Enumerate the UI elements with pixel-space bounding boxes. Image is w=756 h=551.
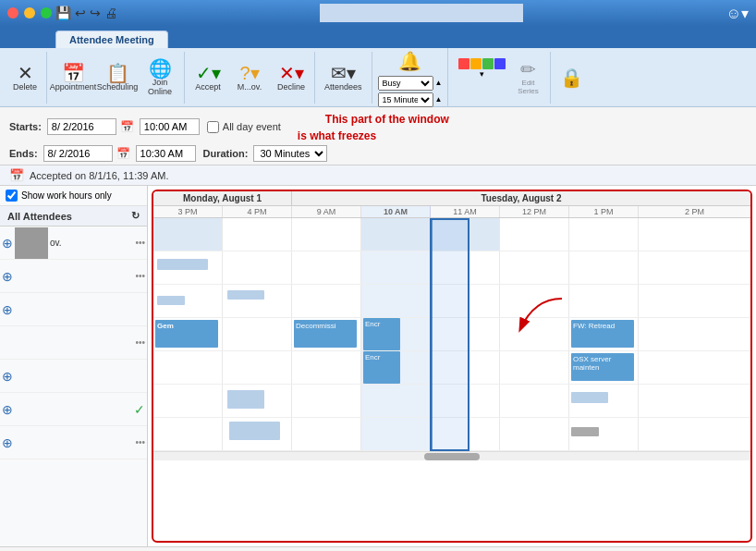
attendee-list: ⊕ ov. ••• ⊕ ••• ⊕ ••• ⊕ — [0, 227, 147, 459]
minimize-button[interactable] — [24, 7, 35, 18]
refresh-icon[interactable]: ↻ — [131, 210, 140, 222]
meeting-title-input[interactable] — [320, 4, 523, 22]
edit-series-label: Edit Series — [515, 79, 541, 95]
redo-icon[interactable]: ↪ — [90, 6, 101, 20]
day-header-1: Monday, August 1 — [153, 191, 292, 205]
ribbon-group-delete: ✕ Delete — [4, 52, 47, 104]
add-attendee-icon[interactable]: ⊕ — [2, 435, 13, 450]
cell — [361, 251, 431, 284]
scrollbar-thumb[interactable] — [424, 453, 480, 460]
print-icon[interactable]: 🖨 — [104, 6, 117, 20]
calendar-row — [153, 285, 750, 318]
cell — [223, 418, 292, 450]
scheduling-icon: 📋 — [106, 64, 129, 82]
starts-row: Starts: 📅 — [9, 118, 200, 135]
save-icon[interactable]: 💾 — [55, 6, 71, 20]
attendee-more-icon[interactable]: ••• — [135, 337, 145, 348]
cell — [292, 418, 361, 450]
cell — [639, 285, 750, 317]
end-date-input[interactable] — [43, 145, 113, 162]
cell — [431, 351, 500, 384]
attendee-more-icon[interactable]: ••• — [135, 238, 145, 248]
cell: Decommissi — [292, 318, 361, 350]
cell — [500, 351, 569, 384]
attendee-more-icon[interactable]: ••• — [135, 271, 145, 281]
accept-icon: ✓▾ — [196, 64, 221, 82]
tentative-button[interactable]: ?▾ M...ov. — [229, 62, 270, 93]
cell: Encr — [361, 351, 431, 384]
end-time-input[interactable] — [136, 145, 196, 162]
calendar-inner: Monday, August 1 Tuesday, August 2 3 PM … — [152, 190, 752, 543]
end-date-calendar-icon[interactable]: 📅 — [116, 147, 130, 160]
add-attendee-icon[interactable]: ⊕ — [2, 402, 13, 417]
all-attendees-label: All Attendees — [7, 211, 72, 222]
appointment-button[interactable]: 📅 Appointment — [53, 62, 93, 93]
duration-select[interactable]: 30 Minutes — [253, 145, 327, 162]
cell — [500, 285, 569, 317]
add-attendee-icon[interactable]: ⊕ — [2, 269, 13, 284]
attendee-header: All Attendees ↻ — [0, 206, 147, 227]
maximize-button[interactable] — [41, 7, 52, 18]
undo-icon[interactable]: ↩ — [75, 6, 86, 20]
cell — [292, 218, 361, 251]
add-attendee-icon[interactable]: ⊕ — [2, 369, 13, 384]
event-osx-server: OSX server mainten — [571, 353, 634, 381]
cell: OSX server mainten — [569, 351, 639, 384]
attendees-button[interactable]: ✉▾ Attendees — [321, 62, 366, 93]
start-date-calendar-icon[interactable]: 📅 — [120, 120, 134, 133]
lock-icon: 🔒 — [560, 68, 583, 87]
time-slot-3pm: 3 PM — [153, 206, 223, 217]
cell — [569, 385, 639, 417]
list-item: ⊕ — [0, 293, 147, 326]
ribbon-group-attendees: ✉▾ Attendees — [315, 52, 372, 104]
calendar-scrollbar[interactable] — [153, 451, 750, 460]
all-day-checkbox[interactable] — [207, 121, 219, 133]
start-date-input[interactable] — [47, 118, 116, 135]
status-up-icon[interactable]: ▲ — [435, 79, 443, 87]
current-time-marker — [431, 218, 433, 451]
edit-series-icon: ✏ — [520, 60, 536, 79]
show-work-hours-checkbox[interactable] — [6, 190, 18, 202]
smiley-icon[interactable]: ☺▾ — [726, 5, 749, 22]
cell — [431, 285, 500, 317]
start-time-input[interactable] — [140, 118, 200, 135]
tentative-label: M...ov. — [238, 82, 262, 92]
status-select[interactable]: Busy — [378, 76, 433, 91]
status-bar: 📅 Accepted on 8/1/16, 11:39 AM. — [0, 165, 756, 186]
decline-button[interactable]: ✕▾ Decline — [274, 62, 309, 93]
all-day-text: All day event — [223, 121, 281, 132]
cell — [431, 385, 500, 417]
cell — [153, 251, 223, 284]
accept-button[interactable]: ✓▾ Accept — [190, 62, 226, 93]
lock-button[interactable]: 🔒 — [556, 67, 587, 89]
scheduling-button[interactable]: 📋 Scheduling — [97, 62, 138, 93]
calendar-row — [153, 418, 750, 451]
delete-button[interactable]: ✕ Delete — [9, 62, 41, 93]
ribbon-group-lock: 🔒 — [551, 52, 592, 104]
cell — [431, 218, 500, 251]
cell — [500, 251, 569, 284]
duration-label: Duration: — [203, 148, 249, 159]
ribbon-group-reminder: 🔔 Busy ▲ 15 Minutes ▲ — [372, 48, 449, 107]
attendee-meeting-tab[interactable]: Attendee Meeting — [55, 31, 168, 48]
add-attendee-icon[interactable]: ⊕ — [2, 236, 13, 251]
window-controls — [7, 7, 52, 18]
edit-series-button[interactable]: ✏ Edit Series — [511, 58, 544, 97]
decline-label: Decline — [277, 82, 305, 92]
join-online-button[interactable]: 🌐 Join Online — [141, 57, 178, 98]
reminder-select[interactable]: 15 Minutes — [378, 92, 433, 107]
attendee-more-icon[interactable]: ••• — [135, 437, 145, 447]
reminder-up-icon[interactable]: ▲ — [435, 95, 443, 104]
cell — [361, 385, 431, 417]
calendar-row — [153, 251, 750, 285]
cell — [639, 385, 750, 417]
bell-button[interactable]: 🔔 — [395, 48, 425, 74]
cell — [639, 318, 750, 350]
close-button[interactable] — [7, 7, 18, 18]
show-work-hours-label: Show work hours only — [21, 190, 112, 201]
ends-row: Ends: 📅 — [9, 145, 196, 162]
add-attendee-icon[interactable]: ⊕ — [2, 302, 13, 317]
time-slot-1pm: 1 PM — [569, 206, 639, 217]
list-item: ⊕ — [0, 360, 147, 393]
cell — [500, 318, 569, 350]
